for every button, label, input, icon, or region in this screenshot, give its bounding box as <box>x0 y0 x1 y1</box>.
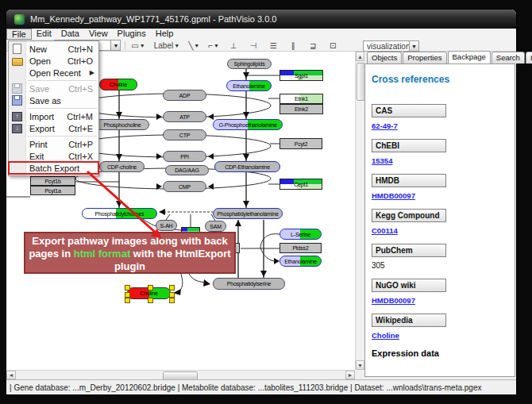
node-o-phosphoethanolamine[interactable]: O-Phosphoethanolamine <box>213 119 283 130</box>
chevron-down-icon[interactable]: ▼ <box>110 40 120 50</box>
node-cdp-ethanolamine[interactable]: CDP-Ethanolamine <box>214 161 280 172</box>
scroll-right-icon[interactable]: ► <box>345 371 355 379</box>
node-ethanolamine[interactable]: Ethanolamine <box>226 80 272 91</box>
selection-handle[interactable] <box>125 285 130 290</box>
stack-button[interactable]: ⊒ <box>306 40 320 51</box>
node-pcyt1b[interactable]: Pcyt1b <box>30 176 75 186</box>
selection-handle[interactable] <box>125 298 130 303</box>
node-phosphatidylserine[interactable]: Phosphatidylserine <box>213 278 285 290</box>
node-ppi[interactable]: PPi <box>163 151 206 162</box>
selection-handle[interactable] <box>169 298 175 303</box>
menu-item-batch-export[interactable]: Batch Export <box>9 162 98 174</box>
menu-divider <box>28 136 97 137</box>
menu-item-open-recent[interactable]: Open Recent▶ <box>9 67 98 79</box>
tab-legend[interactable]: Legend <box>526 52 532 63</box>
distribute-vertical-button[interactable]: ∥ <box>286 40 300 51</box>
node-cept1[interactable]: Cept1 <box>279 179 322 190</box>
menubar-item-view[interactable]: View <box>84 29 113 39</box>
menu-item-export[interactable]: ↓ExportCtrl+E <box>9 122 98 134</box>
common-bounds-button[interactable]: ⊡ <box>326 40 340 51</box>
node-pcyt2[interactable]: Pcyt2 <box>279 138 322 149</box>
cross-references-heading: Cross references <box>372 74 515 85</box>
node-phosphatidylethanolamine[interactable]: Phosphatidylethanolamine <box>213 208 283 219</box>
node-adp[interactable]: ADP <box>163 90 206 101</box>
node-phosphocholine[interactable]: Phosphocholine <box>95 119 149 130</box>
menubar-item-edit[interactable]: Edit <box>32 29 56 39</box>
node-phosphatidylcholines[interactable]: Phosphatidylcholines <box>82 208 157 219</box>
menu-item-label: Open <box>29 56 67 66</box>
xref-link[interactable]: HMDB00097 <box>372 296 515 305</box>
node-dag-aag[interactable]: DAG/AAG <box>165 165 209 175</box>
scroll-up-icon[interactable]: ▲ <box>356 52 364 61</box>
node-atp[interactable]: ATP <box>163 111 206 122</box>
menu-item-save-as[interactable]: Save as <box>9 94 98 106</box>
xref-link[interactable]: Choline <box>372 331 515 340</box>
tab-properties[interactable]: Properties <box>403 52 446 63</box>
selection-handle[interactable] <box>169 285 175 290</box>
xref-link[interactable]: 62-49-7 <box>372 121 515 130</box>
xref-link[interactable]: 15354 <box>372 156 515 165</box>
scroll-left-icon[interactable]: ◄ <box>6 371 16 379</box>
menu-item-new[interactable]: NewCtrl+N <box>9 43 98 55</box>
xref-link[interactable]: C00114 <box>372 226 515 235</box>
menubar-item-help[interactable]: Help <box>151 29 179 39</box>
menu-item-import[interactable]: ↑ImportCtrl+M <box>9 110 98 122</box>
menu-item-print[interactable]: PrintCtrl+P <box>9 138 98 150</box>
visualization-combo[interactable]: visualization ▼ <box>363 40 419 52</box>
selection-handle[interactable] <box>169 292 175 298</box>
tab-objects[interactable]: Objects <box>367 52 402 63</box>
menubar-item-data[interactable]: Data <box>56 29 84 39</box>
canvas-horizontal-scrollbar[interactable]: ◄ ► <box>6 370 355 379</box>
xref-section-wikipedia: WikipediaCholine <box>372 314 515 340</box>
chevron-down-icon[interactable]: ▼ <box>194 43 199 48</box>
node-etnk1[interactable]: Etnk1 <box>279 94 323 104</box>
node-ptdss2[interactable]: Ptdss2 <box>279 243 322 253</box>
menubar-item-plugins[interactable]: Plugins <box>113 29 151 39</box>
pathvisio-app-icon <box>14 14 25 25</box>
xref-link[interactable]: HMDB00097 <box>372 191 515 200</box>
menu-item-save[interactable]: SaveCtrl+S <box>9 83 98 94</box>
label-tool[interactable]: Label▼ <box>152 40 181 51</box>
menu-item-open[interactable]: OpenCtrl+O <box>9 55 98 67</box>
node-choline[interactable]: Choline <box>127 287 171 299</box>
align-center-button[interactable]: ⊥ <box>226 40 241 51</box>
menu-item-shortcut: Ctrl+E <box>68 124 93 133</box>
node-sgpl1[interactable]: Sgpl1 <box>279 70 323 81</box>
line-tool[interactable]: ╲▼ <box>187 40 201 51</box>
selection-handle[interactable] <box>125 292 130 298</box>
tab-search[interactable]: Search <box>492 52 525 63</box>
scroll-down-icon[interactable]: ▼ <box>356 360 364 370</box>
selection-handle[interactable] <box>148 285 153 290</box>
node-etnk2[interactable]: Etnk2 <box>279 104 323 114</box>
chevron-down-icon[interactable]: ▼ <box>174 43 179 48</box>
menu-item-icon <box>12 152 22 161</box>
chevron-down-icon[interactable]: ▼ <box>409 41 418 51</box>
menu-item-label: Import <box>29 112 67 121</box>
menu-item-icon <box>12 68 22 78</box>
node-ethanolamine[interactable]: Ethanolamine <box>279 256 322 267</box>
import-icon: ↑ <box>12 112 22 121</box>
menubar-item-file[interactable]: File <box>6 29 32 40</box>
node-sphingolipids[interactable]: Sphingolipids <box>227 59 272 69</box>
menu-item-exit[interactable]: ExitCtrl+X <box>9 150 98 162</box>
chevron-down-icon[interactable]: ▼ <box>140 43 145 48</box>
chevron-down-icon[interactable]: ▼ <box>214 43 219 48</box>
canvas-vertical-scrollbar[interactable]: ▲ ▼ <box>355 52 364 370</box>
align-middle-button[interactable]: ⊣ <box>246 40 260 51</box>
distribute-horizontal-button[interactable]: ☰ <box>266 40 280 51</box>
node-choline[interactable]: Choline <box>99 79 137 90</box>
xref-source-title: Kegg Compound <box>372 209 446 222</box>
selection-handle[interactable] <box>148 298 153 303</box>
submenu-arrow-icon: ▶ <box>90 69 94 76</box>
node-pcyt1a[interactable]: Pcyt1a <box>30 186 75 195</box>
node-cdp-choline[interactable]: CDP-choline <box>99 161 145 172</box>
connector-tool[interactable]: ⌐▼ <box>206 40 221 51</box>
node-ctp[interactable]: CTP <box>163 129 206 140</box>
node-s-ah[interactable]: S-AH <box>156 220 177 231</box>
gene-product-tool[interactable]: ▭▼ <box>129 40 146 51</box>
node-cmp[interactable]: CMP <box>163 181 206 192</box>
menu-item-shortcut: Ctrl+S <box>68 84 93 94</box>
node-l-serine[interactable]: L-Serine <box>279 229 322 240</box>
node-sam[interactable]: SAM <box>205 221 226 232</box>
tab-backpage[interactable]: Backpage <box>448 51 491 63</box>
